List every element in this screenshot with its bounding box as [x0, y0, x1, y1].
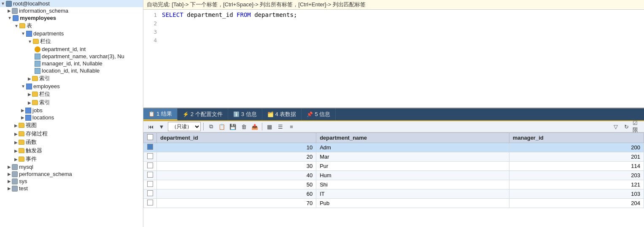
sidebar-item-loc-id[interactable]: location_id, int, Nullable: [0, 67, 143, 74]
header-checkbox-cell[interactable]: [144, 133, 157, 143]
row-checkbox[interactable]: [147, 153, 153, 159]
cell-dept-name: Hum: [316, 171, 509, 180]
tab-profile-label: 2 个配置文件: [191, 111, 223, 118]
limit-button[interactable]: ☑ 限: [632, 122, 641, 131]
refresh-button[interactable]: ↻: [622, 122, 631, 131]
row-checkbox-cell[interactable]: [144, 171, 157, 180]
db-active-icon: [13, 15, 19, 21]
tab-info[interactable]: ℹ️ 3 信息: [228, 108, 262, 120]
sys-label: sys: [19, 178, 27, 184]
header-checkbox[interactable]: [147, 134, 153, 140]
row-checkbox[interactable]: [147, 144, 153, 150]
row-checkbox[interactable]: [147, 181, 153, 187]
row-checkbox[interactable]: [147, 162, 153, 168]
cell-mgr-id: 201: [509, 152, 644, 162]
emp-cols-label: 栏位: [39, 90, 50, 98]
cell-dept-name: Adm: [316, 143, 509, 152]
delete-button[interactable]: 🗑: [239, 122, 248, 131]
locations-table-icon: [25, 115, 31, 121]
nav-first-button[interactable]: ⏮: [146, 122, 155, 131]
editor-line-2: 2: [147, 20, 641, 28]
table-row: 40Hum203: [144, 171, 644, 180]
cell-dept-id: 60: [157, 189, 316, 199]
edit-mode-select[interactable]: （只读） 可编辑: [168, 122, 201, 131]
export-button[interactable]: 📤: [250, 122, 259, 131]
filter-button[interactable]: ▽: [611, 122, 620, 131]
paste-button[interactable]: 📋: [217, 122, 226, 131]
sidebar-item-sys[interactable]: ▶ sys: [0, 178, 143, 185]
server-icon: [6, 1, 12, 7]
procs-folder-icon: [19, 131, 24, 136]
row-checkbox[interactable]: [147, 200, 153, 205]
sidebar-item-indexes[interactable]: ▶ 索引: [0, 74, 143, 83]
loc-id-label: location_id, int, Nullable: [42, 68, 100, 74]
table-row: 60IT103: [144, 189, 644, 199]
sidebar-item-locations[interactable]: ▶ locations: [0, 114, 143, 121]
sidebar-item-mysql[interactable]: ▶ mysql: [0, 163, 143, 170]
sidebar-item-tables[interactable]: ▼ 表: [0, 22, 143, 30]
sidebar-item-jobs[interactable]: ▶ jobs: [0, 107, 143, 114]
tab-info2-label: 5 信息: [315, 111, 330, 118]
row-checkbox-cell[interactable]: [144, 180, 157, 189]
row-checkbox[interactable]: [147, 190, 153, 196]
sidebar-item-emp-cols[interactable]: ▶ 栏位: [0, 90, 143, 98]
sidebar-item-departments[interactable]: ▼ departments: [0, 30, 143, 37]
events-folder-icon: [19, 157, 24, 162]
header-manager-id[interactable]: manager_id: [509, 133, 644, 143]
cell-dept-name: Pur: [316, 162, 509, 171]
sidebar-item-dept-name[interactable]: department_name, varchar(3), Nu: [0, 53, 143, 60]
tab-info2[interactable]: 📌 5 信息: [302, 108, 336, 120]
copy-button[interactable]: ⧉: [206, 122, 216, 131]
sidebar-item-views[interactable]: ▶ 视图: [0, 121, 143, 130]
idx-folder-icon: [32, 76, 38, 81]
toolbar-right: ▽ ↻ ☑ 限: [611, 122, 641, 131]
sidebar-item-events[interactable]: ▶ 事件: [0, 155, 143, 163]
row-checkbox-cell[interactable]: [144, 189, 157, 199]
cell-dept-name: Mar: [316, 152, 509, 162]
tab-info2-icon: 📌: [307, 111, 313, 117]
save-button[interactable]: 💾: [228, 122, 237, 131]
header-department-name[interactable]: department_name: [316, 133, 509, 143]
sidebar-item-dept-id[interactable]: department_id, int: [0, 46, 143, 53]
cell-mgr-id: 203: [509, 171, 644, 180]
nav-dropdown-button[interactable]: ▼: [157, 122, 166, 131]
sidebar-item-procs[interactable]: ▶ 存储过程: [0, 130, 143, 138]
row-checkbox-cell[interactable]: [144, 143, 157, 152]
row-checkbox-cell[interactable]: [144, 152, 157, 162]
row-checkbox-cell[interactable]: [144, 199, 157, 208]
table-row: 20Mar201: [144, 152, 644, 162]
sidebar-item-emp-idx[interactable]: ▶ 索引: [0, 98, 143, 107]
sidebar-item-myemployees[interactable]: ▼ myemployees: [0, 14, 143, 22]
autocomplete-bar: 自动完成: [Tab]-> 下一个标签，[Ctrl+Space]-> 列出所有标…: [143, 0, 644, 10]
sidebar-item-triggers[interactable]: ▶ 触发器: [0, 146, 143, 155]
cell-dept-id: 40: [157, 171, 316, 180]
form-view-button[interactable]: ☰: [276, 122, 285, 131]
grid-view-button[interactable]: ▦: [265, 122, 274, 131]
tab-tabledata[interactable]: 🗂️ 4 表数据: [262, 108, 302, 120]
toolbar-sep-2: [262, 123, 262, 130]
row-checkbox[interactable]: [147, 172, 153, 178]
tab-profile[interactable]: ⚡ 2 个配置文件: [178, 108, 228, 120]
sidebar-item-server[interactable]: ▼ root@localhost: [0, 0, 143, 7]
header-department-id[interactable]: department_id: [157, 133, 316, 143]
col-icon2: [35, 61, 40, 67]
sidebar-item-employees[interactable]: ▼ employees: [0, 83, 143, 90]
sidebar-item-cols[interactable]: ▼ 栏位: [0, 37, 143, 46]
cell-dept-id: 10: [157, 143, 316, 152]
text-view-button[interactable]: ≡: [287, 122, 296, 131]
col-key-icon: [35, 46, 40, 52]
sidebar-item-funcs[interactable]: ▶ 函数: [0, 138, 143, 146]
sql-editor[interactable]: 1 SELECT department_id FROM departments;…: [143, 10, 644, 108]
tab-profile-icon: ⚡: [183, 111, 189, 117]
employees-label: employees: [33, 83, 60, 89]
row-checkbox-cell[interactable]: [144, 162, 157, 171]
sidebar-item-mgr-id[interactable]: manager_id, int, Nullable: [0, 60, 143, 67]
tab-result[interactable]: 📋 1 结果: [143, 108, 178, 120]
sidebar-item-perf-schema[interactable]: ▶ performance_schema: [0, 170, 143, 178]
db-icon: [12, 8, 18, 14]
table-header-row: department_id department_name manager_id: [144, 133, 644, 143]
sidebar-item-information-schema[interactable]: ▶ information_schema: [0, 7, 143, 14]
sidebar-item-test[interactable]: ▶ test: [0, 185, 143, 192]
locations-label: locations: [32, 114, 54, 121]
test-db-icon: [12, 186, 18, 192]
